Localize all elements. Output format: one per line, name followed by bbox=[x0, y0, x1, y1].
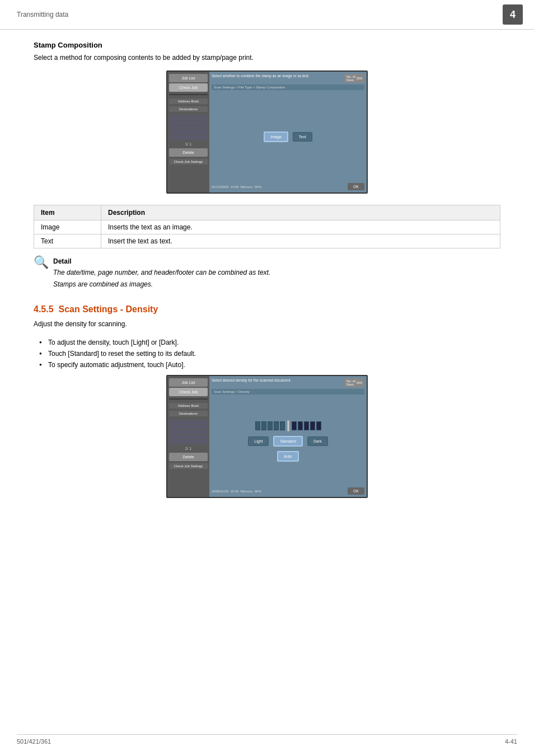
device-footer-stamp: 02/14/2008 14:09 Memory 90% OK bbox=[212, 183, 364, 190]
device-memory-pct-stamp: 90% bbox=[255, 185, 261, 189]
counter-value-density: 000 bbox=[357, 381, 362, 384]
device-date-stamp: 02/14/2008 bbox=[212, 185, 228, 189]
note-content: Detail The date/time, page number, and h… bbox=[53, 257, 270, 291]
device-time-stamp: 02/14/2008 14:09 Memory 90% bbox=[212, 185, 261, 189]
dev-row-4 bbox=[169, 130, 208, 135]
device-main-density: Select desired density for the scanned d… bbox=[209, 376, 367, 497]
device-instruction-density: Select desired density for the scanned d… bbox=[212, 378, 344, 383]
device-date-density: 2008/01/29 bbox=[212, 490, 228, 493]
table-cell-desc-1: Insert the text as text. bbox=[101, 234, 500, 248]
device-header-density: Select desired density for the scanned d… bbox=[212, 378, 364, 387]
table-row: Text Insert the text as text. bbox=[34, 234, 500, 248]
stamp-table: Item Description Image Inserts the text … bbox=[34, 205, 500, 248]
magnifier-icon: 🔍 bbox=[34, 256, 49, 269]
device-breadcrumb-stamp: Scan Settings > File Type > Stamp Compos… bbox=[212, 84, 364, 90]
dev-delete-btn-1[interactable]: Delete bbox=[169, 148, 208, 157]
dev-rows-2 bbox=[169, 420, 208, 444]
density-seg-10 bbox=[316, 421, 321, 430]
device-footer-density: 2008/01/29 19:35 Memory 90% OK bbox=[212, 487, 364, 495]
density-auto-btn[interactable]: Auto bbox=[277, 451, 298, 462]
note-line-1: The date/time, page number, and header/f… bbox=[53, 267, 270, 278]
density-bar bbox=[255, 420, 321, 431]
dev-address-book-2[interactable]: Address Book bbox=[169, 403, 208, 408]
counter-label-stamp: No. ofDest. bbox=[346, 75, 355, 82]
dev-address-book-1[interactable]: Address Book bbox=[169, 98, 208, 104]
footer-right: 4-41 bbox=[505, 738, 517, 745]
section-455-number: 4.5.5 bbox=[34, 304, 54, 314]
section-455-intro: Adjust the density for scanning. bbox=[34, 320, 500, 328]
note-line-2: Stamps are combined as images. bbox=[53, 279, 270, 289]
section-455-heading: 4.5.5 Scan Settings - Density bbox=[34, 304, 500, 314]
stamp-composition-heading: Stamp Composition bbox=[34, 41, 500, 49]
dev-delete-btn-2[interactable]: Delete bbox=[169, 453, 208, 461]
counter-value-stamp: 000 bbox=[357, 77, 362, 80]
device-memory-label-stamp: Memory bbox=[241, 185, 253, 189]
device-counter-stamp: No. ofDest. 000 bbox=[344, 74, 364, 83]
dev-row-3 bbox=[169, 125, 208, 130]
top-bar-title: Transmitting data bbox=[17, 11, 68, 18]
dev-row-d2 bbox=[169, 425, 208, 429]
density-handle[interactable] bbox=[287, 420, 289, 431]
dev-num-2: 1/ 1 bbox=[169, 445, 208, 452]
dev-row-d4 bbox=[169, 435, 208, 439]
stamp-composition-description: Select a method for composing contents t… bbox=[34, 54, 500, 62]
bullet-item-0: To adjust the density, touch [Light] or … bbox=[39, 337, 500, 348]
dev-check-settings-1[interactable]: Check Job Settings bbox=[169, 159, 208, 165]
device-main-stamp: Select whether to combine the stamp as a… bbox=[209, 72, 367, 192]
dev-row-d1 bbox=[169, 420, 208, 424]
density-seg-5 bbox=[280, 421, 285, 430]
device-options-row-stamp: Image Text bbox=[264, 132, 312, 142]
device-instruction-stamp: Select whether to combine the stamp as a… bbox=[212, 74, 344, 78]
dev-destinations-2[interactable]: Destinations bbox=[169, 411, 208, 416]
chapter-badge: 4 bbox=[503, 4, 523, 25]
table-cell-desc-0: Inserts the text as an image. bbox=[101, 220, 500, 234]
density-seg-6 bbox=[292, 421, 297, 430]
device-ok-stamp[interactable]: OK bbox=[348, 183, 364, 190]
dev-separator-2 bbox=[169, 398, 208, 400]
dev-check-job-btn-1[interactable]: Check Job bbox=[169, 83, 208, 92]
density-dark-btn[interactable]: Dark bbox=[307, 436, 328, 446]
table-header-description: Description bbox=[101, 205, 500, 220]
device-memory-pct-density: 90% bbox=[255, 490, 261, 493]
dev-rows-1 bbox=[169, 115, 208, 140]
density-seg-1 bbox=[255, 421, 260, 430]
device-clock-stamp: 14:09 bbox=[230, 185, 238, 189]
dev-num-1: 1/ 1 bbox=[169, 141, 208, 147]
device-counter-density: No. ofDest. 000 bbox=[344, 378, 364, 387]
density-seg-4 bbox=[274, 421, 279, 430]
device-ok-density[interactable]: OK bbox=[348, 487, 364, 495]
bullet-item-2: To specify automatic adjustment, touch [… bbox=[39, 359, 500, 370]
device-body-stamp: Image Text bbox=[212, 92, 364, 181]
dev-row-5 bbox=[169, 135, 208, 140]
table-header-item: Item bbox=[34, 205, 101, 220]
density-options-row: Light Standard Dark bbox=[248, 436, 327, 447]
dev-job-list-btn-2[interactable]: Job List bbox=[169, 378, 208, 387]
section-455-bullets: To adjust the density, touch [Light] or … bbox=[34, 337, 500, 370]
device-memory-label-density: Memory bbox=[241, 490, 253, 493]
dev-job-list-btn-1[interactable]: Job List bbox=[169, 74, 208, 82]
dev-row-2 bbox=[169, 120, 208, 125]
device-option-image[interactable]: Image bbox=[264, 132, 288, 142]
density-standard-btn[interactable]: Standard bbox=[273, 436, 302, 447]
page-footer: 501/421/361 4-41 bbox=[17, 734, 517, 745]
dev-row-d5 bbox=[169, 440, 208, 444]
counter-label-density: No. ofDest. bbox=[346, 379, 355, 386]
dev-destinations-1[interactable]: Destinations bbox=[169, 106, 208, 112]
dev-separator-1 bbox=[169, 94, 208, 95]
device-screenshot-density: Job List Check Job Address Book Destinat… bbox=[166, 375, 368, 498]
device-header-stamp: Select whether to combine the stamp as a… bbox=[212, 74, 364, 83]
main-content: Stamp Composition Select a method for co… bbox=[0, 30, 534, 532]
dev-row-1 bbox=[169, 115, 208, 120]
device-option-text[interactable]: Text bbox=[293, 132, 312, 142]
dev-check-settings-2[interactable]: Check Job Settings bbox=[169, 463, 208, 469]
table-row: Image Inserts the text as an image. bbox=[34, 220, 500, 234]
device-sidebar-stamp: Job List Check Job Address Book Destinat… bbox=[167, 72, 209, 192]
density-seg-9 bbox=[310, 421, 315, 430]
device-screenshot-stamp: Job List Check Job Address Book Destinat… bbox=[166, 71, 368, 194]
density-light-btn[interactable]: Light bbox=[248, 436, 269, 446]
top-bar: Transmitting data 4 bbox=[0, 0, 534, 30]
dev-check-job-btn-2[interactable]: Check Job bbox=[169, 388, 208, 396]
detail-note: 🔍 Detail The date/time, page number, and… bbox=[34, 257, 500, 291]
density-seg-8 bbox=[304, 421, 309, 430]
table-cell-item-1: Text bbox=[34, 234, 101, 248]
